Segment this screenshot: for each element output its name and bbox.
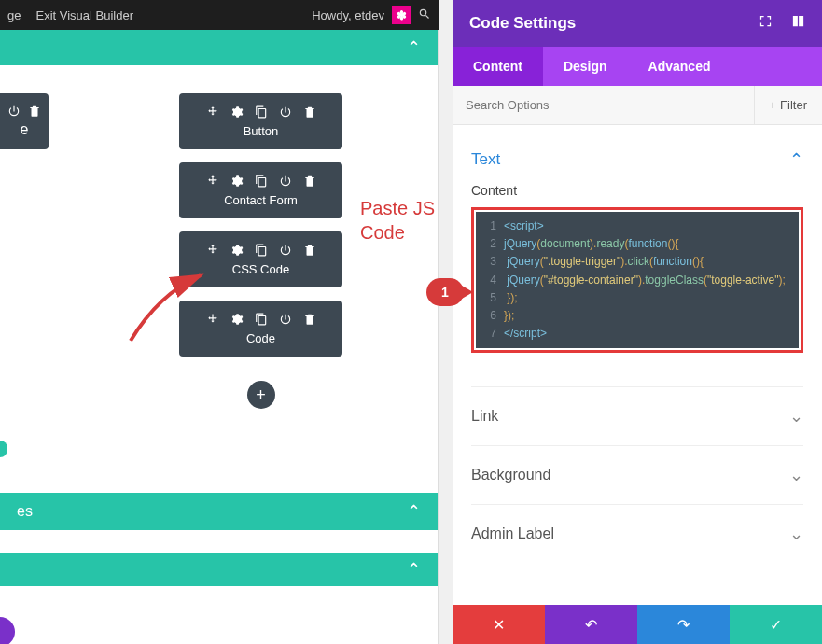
- gear-icon[interactable]: [230, 244, 244, 257]
- panel-header: Code Settings: [453, 0, 822, 47]
- chevron-down-icon: ⌄: [789, 406, 803, 427]
- move-icon[interactable]: [206, 244, 219, 257]
- chevron-up-icon: ⌃: [407, 37, 421, 58]
- trash-icon[interactable]: [303, 105, 316, 119]
- section-handle-purple[interactable]: [0, 617, 15, 644]
- module-code[interactable]: Code: [179, 301, 342, 357]
- trash-icon[interactable]: [303, 313, 316, 326]
- top-bar-item[interactable]: ge: [7, 8, 21, 22]
- duplicate-icon[interactable]: [255, 313, 268, 326]
- chevron-up-icon: ⌃: [407, 501, 421, 522]
- tab-design[interactable]: Design: [543, 47, 628, 86]
- admin-top-bar: ge Exit Visual Builder Howdy, etdev ✽: [0, 0, 439, 30]
- power-icon[interactable]: [279, 175, 292, 188]
- filter-button[interactable]: + Filter: [754, 86, 822, 124]
- row-header[interactable]: ⌃: [0, 30, 438, 65]
- link-section[interactable]: Link ⌄: [471, 386, 803, 445]
- accordion-title: Admin Label: [471, 525, 554, 542]
- module-label: Button: [244, 124, 279, 138]
- duplicate-icon[interactable]: [255, 244, 268, 257]
- gear-icon[interactable]: [230, 313, 244, 326]
- module-label: e: [21, 121, 29, 138]
- section-title: Text: [471, 150, 500, 169]
- module-label: Contact Form: [224, 193, 298, 207]
- code-editor-highlight: 1<script> 2jQuery(document).ready(functi…: [471, 207, 803, 353]
- panel-title: Code Settings: [469, 14, 576, 33]
- module-label: CSS Code: [232, 262, 289, 276]
- row-header-3[interactable]: ⌃: [0, 553, 438, 586]
- move-icon[interactable]: [206, 175, 219, 188]
- power-icon[interactable]: [279, 105, 292, 119]
- module-partial[interactable]: e: [0, 93, 49, 149]
- save-button[interactable]: ✓: [730, 605, 822, 644]
- module-contact-form[interactable]: Contact Form: [179, 162, 342, 218]
- module-css-code[interactable]: CSS Code: [179, 231, 342, 287]
- search-row: + Filter: [453, 86, 822, 125]
- exit-builder-link[interactable]: Exit Visual Builder: [35, 8, 133, 22]
- tab-advanced[interactable]: Advanced: [628, 47, 731, 86]
- accordion-title: Background: [471, 467, 550, 483]
- filter-label: Filter: [780, 98, 807, 112]
- add-module-button[interactable]: +: [247, 381, 275, 409]
- search-icon[interactable]: [418, 7, 431, 23]
- module-label: Code: [246, 331, 275, 345]
- content-field-label: Content: [471, 183, 803, 198]
- expand-icon[interactable]: [759, 14, 773, 33]
- admin-label-section[interactable]: Admin Label ⌄: [471, 504, 803, 563]
- chevron-up-icon: ⌃: [407, 559, 421, 580]
- settings-panel: Code Settings Content Design Advanced + …: [453, 0, 822, 644]
- redo-button[interactable]: ↷: [637, 605, 730, 644]
- power-icon[interactable]: [279, 313, 292, 326]
- row-header-2[interactable]: es ⌃: [0, 493, 438, 530]
- undo-button[interactable]: ↶: [545, 605, 637, 644]
- tab-content[interactable]: Content: [453, 47, 543, 86]
- duplicate-icon[interactable]: [255, 105, 268, 119]
- move-icon[interactable]: [206, 313, 219, 326]
- power-icon[interactable]: [7, 105, 21, 118]
- code-editor[interactable]: 1<script> 2jQuery(document).ready(functi…: [476, 212, 799, 348]
- gear-icon[interactable]: [230, 105, 244, 119]
- howdy-text: Howdy, etdev: [312, 8, 384, 22]
- snap-icon[interactable]: [791, 14, 805, 33]
- settings-tabs: Content Design Advanced: [453, 47, 822, 86]
- gear-icon[interactable]: [230, 175, 244, 188]
- move-icon[interactable]: [206, 105, 219, 119]
- chevron-down-icon: ⌄: [789, 465, 803, 485]
- trash-icon[interactable]: [303, 244, 316, 257]
- chevron-down-icon: ⌄: [789, 524, 803, 544]
- row-label: es: [17, 503, 33, 520]
- power-icon[interactable]: [279, 244, 292, 257]
- panel-footer: ✕ ↶ ↷ ✓: [453, 605, 822, 644]
- section-handle[interactable]: [0, 441, 7, 457]
- trash-icon[interactable]: [303, 175, 316, 188]
- chevron-up-icon: ⌃: [789, 149, 803, 170]
- builder-canvas: ⌃ e Button: [0, 30, 439, 644]
- duplicate-icon[interactable]: [255, 175, 268, 188]
- avatar-icon[interactable]: ✽: [392, 6, 411, 24]
- cancel-button[interactable]: ✕: [453, 605, 545, 644]
- background-section[interactable]: Background ⌄: [471, 445, 803, 504]
- module-button[interactable]: Button: [179, 93, 342, 149]
- accordion-title: Link: [471, 408, 498, 425]
- text-section-header[interactable]: Text ⌃: [471, 142, 803, 183]
- search-input[interactable]: [453, 98, 754, 112]
- trash-icon[interactable]: [28, 105, 41, 118]
